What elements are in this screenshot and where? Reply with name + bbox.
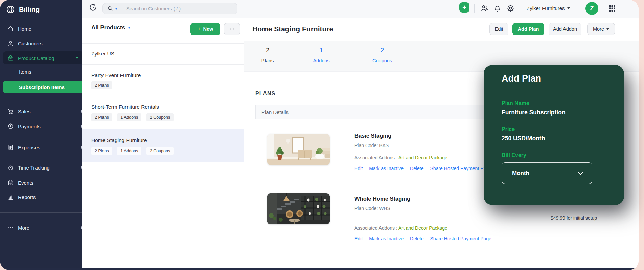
global-search-input[interactable]: Search in Customers ( / ) [102,3,237,14]
stat-addons[interactable]: 1 Addons [301,47,342,63]
search-divider [122,6,122,12]
product-list-item[interactable]: Party Event Furniture 2 Plans [82,64,244,96]
sidebar-item-events[interactable]: Events [0,177,89,188]
plan-image-basic-staging [267,134,330,165]
products-panel: All Products + New Zylker US Party Event… [82,18,244,270]
stat-plans[interactable]: 2 Plans [247,47,288,63]
product-catalog-icon [7,55,14,61]
settings-gear-icon[interactable] [506,4,515,13]
share-hosted-page-link[interactable]: Share Hosted Payment Page [430,236,491,241]
sidebar-item-reports[interactable]: Reports [0,191,89,203]
add-addon-button[interactable]: Add Addon [549,23,581,35]
sidebar-item-label: Home [18,26,31,32]
plan-name-label: Plan Name [502,100,529,106]
time-tracking-icon [7,164,14,171]
sidebar-item-subscription-items[interactable]: Subscription Items [3,81,95,93]
plus-icon: + [198,26,201,32]
product-name: Party Event Furniture [91,72,141,78]
section-heading: PLANS [255,91,275,97]
edit-link[interactable]: Edit [354,166,363,171]
badge-addons: 1 Addons [117,113,141,121]
sidebar-item-time-tracking[interactable]: Time Tracking [0,162,89,173]
badge-plans: 2 Plans [91,81,112,89]
sidebar-item-product-catalog[interactable]: Product Catalog [3,51,84,64]
refresh-recent-icon[interactable] [89,3,97,12]
quick-create-button[interactable]: + [459,2,469,13]
product-list-item-selected[interactable]: Home Staging Furniture 2 Plans 1 Addons … [82,129,244,162]
org-name: Zylker Furnitures [527,5,565,11]
topbar: Search in Customers ( / ) + Zylker Furni… [82,0,639,19]
app-title: Billing [19,6,40,14]
notifications-bell-icon[interactable] [493,4,502,13]
plan-addons: Associated Addons : Art and Decor Packag… [354,155,447,160]
edit-link[interactable]: Edit [354,236,363,241]
mark-inactive-link[interactable]: Mark as Inactive [369,236,404,241]
sidebar-item-label: More [18,225,29,231]
search-scope-chevron-icon[interactable] [115,8,118,10]
plan-image-whole-home-staging [267,193,330,224]
stat-label: Addons [301,58,342,63]
chevron-down-icon [578,172,583,175]
chevron-down-icon [567,7,570,9]
product-badges: 2 Plans 1 Addons 2 Coupons [91,113,177,121]
add-plan-panel: Add Plan Plan Name Furniture Subscriptio… [484,65,624,205]
reports-icon [7,194,14,200]
more-actions-button[interactable]: More [587,23,615,35]
products-filter-dropdown[interactable]: All Products [91,24,131,31]
addon-link[interactable]: Art and Decor Package [398,155,447,160]
product-name: Zylker US [91,51,114,57]
sidebar-item-label: Items [19,69,31,75]
sidebar-item-home[interactable]: Home [0,23,89,35]
sidebar-item-label: Sales [18,109,31,114]
badge-plans: 2 Plans [91,147,112,155]
products-more-button[interactable] [224,23,240,35]
billing-logo-icon [6,5,15,14]
sidebar-item-sales[interactable]: Sales [0,106,89,117]
bill-every-select[interactable]: Month [502,162,592,184]
referrals-users-icon[interactable] [480,4,489,13]
sidebar-item-label: Payments [18,123,41,129]
delete-link[interactable]: Delete [410,166,423,171]
plan-name-value: Furniture Subscription [502,109,566,116]
org-switcher[interactable]: Zylker Furnitures [527,5,570,11]
sidebar-item-payments[interactable]: Payments [0,120,89,132]
plus-icon: + [462,4,466,11]
product-name: Short-Term Furniture Rentals [91,104,159,110]
plan-addons: Associated Addons : Art and Decor Packag… [354,225,447,231]
sales-icon [7,108,14,115]
share-hosted-page-link[interactable]: Share Hosted Payment Page [430,166,491,171]
customers-icon [7,40,14,47]
sidebar-item-label: Product Catalog [18,55,54,61]
stat-coupons[interactable]: 2 Coupons [362,47,402,63]
sidebar-divider [0,212,82,213]
avatar[interactable]: Z [585,2,598,15]
new-product-button[interactable]: + New [190,23,220,35]
sidebar-item-more[interactable]: More [0,222,89,233]
search-placeholder: Search in Customers ( / ) [126,6,181,12]
product-list-item[interactable]: Short-Term Furniture Rentals 2 Plans 1 A… [82,96,244,129]
sidebar-item-expenses[interactable]: Expenses [0,141,89,153]
sidebar-item-label: Customers [18,41,43,46]
product-badges: 2 Plans [91,81,116,89]
edit-button[interactable]: Edit [489,23,508,35]
chevron-down-icon [606,28,609,30]
product-list-item[interactable]: Zylker US [82,43,244,64]
delete-link[interactable]: Delete [410,236,423,241]
badge-plans: 2 Plans [91,113,112,121]
stat-label: Coupons [362,58,402,63]
chevron-down-icon [128,27,131,29]
topbar-divider [520,4,520,13]
topbar-divider [474,4,475,13]
sidebar-item-customers[interactable]: Customers [0,38,89,49]
mark-inactive-link[interactable]: Mark as Inactive [369,166,404,171]
table-header-label: Plan Details [261,109,289,115]
add-plan-button[interactable]: Add Plan [512,23,544,35]
apps-grid-icon[interactable] [608,4,616,13]
more-horizontal-icon [229,26,235,32]
badge-coupons: 2 Coupons [146,147,174,155]
setup-fee-note: $49.99 for initial setup [551,215,597,221]
home-icon [7,26,14,32]
app-logo: Billing [0,3,88,16]
addon-link[interactable]: Art and Decor Package [398,225,447,231]
bill-every-label: Bill Every [502,152,526,158]
